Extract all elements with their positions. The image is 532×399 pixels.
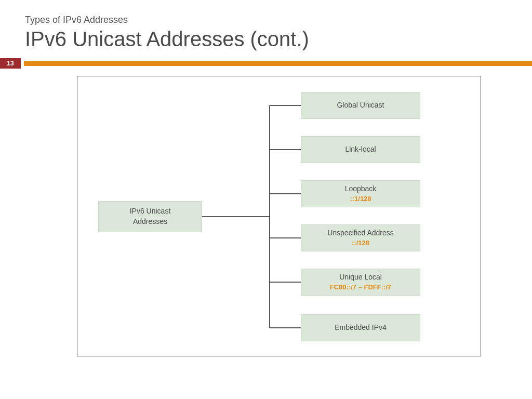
node-label: Loopback (345, 184, 377, 194)
node-label: Unique Local (339, 272, 382, 283)
slide-eyebrow: Types of IPv6 Addresses (25, 15, 507, 25)
diagram-frame: IPv6 Unicast Addresses Global Unicast Li… (77, 76, 481, 356)
node-label: Embedded IPv4 (335, 323, 387, 333)
node-sublabel: ::/128 (352, 238, 369, 248)
accent-row: 13 (0, 58, 532, 69)
accent-bar (24, 61, 532, 66)
diagram-child-unique-local: Unique Local FC00::/7 – FDFF::/7 (301, 269, 420, 296)
diagram-root-node: IPv6 Unicast Addresses (98, 201, 202, 232)
node-label: Unspecified Address (327, 228, 394, 238)
diagram-child-global-unicast: Global Unicast (301, 92, 420, 119)
diagram-child-link-local: Link-local (301, 136, 420, 163)
node-sublabel: FC00::/7 – FDFF::/7 (330, 283, 391, 292)
slide: Types of IPv6 Addresses IPv6 Unicast Add… (0, 0, 532, 399)
diagram-child-unspecified: Unspecified Address ::/128 (301, 224, 420, 251)
node-sublabel: ::1/128 (350, 194, 371, 204)
slide-title: IPv6 Unicast Addresses (cont.) (25, 28, 507, 51)
node-label: Link-local (345, 144, 376, 155)
diagram-root-label: IPv6 Unicast Addresses (130, 206, 171, 227)
diagram-child-loopback: Loopback ::1/128 (301, 180, 420, 207)
slide-number-badge: 13 (0, 58, 21, 69)
diagram-child-embedded-ipv4: Embedded IPv4 (301, 314, 420, 341)
node-label: Global Unicast (337, 100, 384, 111)
